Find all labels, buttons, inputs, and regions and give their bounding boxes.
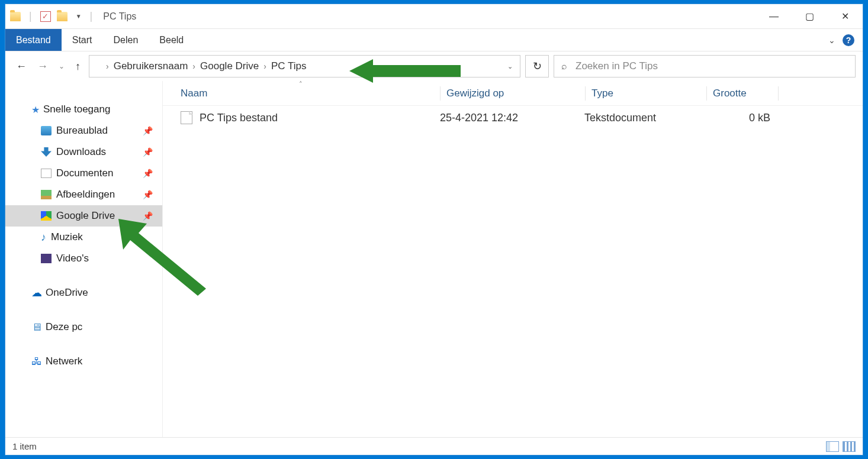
onedrive-icon: ☁ xyxy=(31,286,42,299)
pin-icon: 📌 xyxy=(143,147,153,157)
column-header-modified[interactable]: Gewijzigd op xyxy=(441,88,585,99)
window-title: PC Tips xyxy=(95,11,136,22)
address-bar[interactable]: › Gebruikersnaam › Google Drive › PC Tip… xyxy=(89,55,520,77)
video-icon xyxy=(41,254,52,263)
chevron-right-icon[interactable]: › xyxy=(191,62,197,71)
title-bar: | ✓ ▼ | PC Tips — ▢ ✕ xyxy=(5,4,863,29)
minimize-button[interactable]: — xyxy=(756,4,792,28)
details-view-button[interactable] xyxy=(826,441,839,452)
qat-dropdown-icon[interactable]: ▼ xyxy=(73,13,82,20)
status-item-count: 1 item xyxy=(12,441,37,451)
pc-icon: 🖥 xyxy=(31,321,42,334)
music-icon: ♪ xyxy=(41,231,46,244)
back-button[interactable]: ← xyxy=(16,60,27,73)
column-headers: Naam ˄ Gewijzigd op Type Grootte xyxy=(163,81,863,106)
help-icon[interactable]: ? xyxy=(843,34,854,46)
icons-view-button[interactable] xyxy=(843,441,856,452)
history-dropdown-icon[interactable]: ⌄ xyxy=(59,62,65,70)
sidebar-item-google-drive[interactable]: Google Drive 📌 xyxy=(5,205,162,227)
content-pane: Naam ˄ Gewijzigd op Type Grootte PC Tips… xyxy=(163,81,863,437)
google-drive-icon xyxy=(41,211,52,221)
file-modified: 25-4-2021 12:42 xyxy=(440,112,584,124)
file-size: 0 kB xyxy=(705,112,776,124)
pictures-icon xyxy=(41,190,52,199)
sidebar-item-muziek[interactable]: ♪ Muziek xyxy=(5,227,162,248)
file-type: Tekstdocument xyxy=(584,112,705,124)
forward-button[interactable]: → xyxy=(37,60,48,73)
file-name: PC Tips bestand xyxy=(200,112,278,124)
network-icon: 🖧 xyxy=(31,355,42,368)
tab-start[interactable]: Start xyxy=(62,29,103,51)
tab-beeld[interactable]: Beeld xyxy=(149,29,194,51)
folder-icon xyxy=(10,12,21,21)
column-header-size[interactable]: Grootte xyxy=(707,88,778,99)
status-bar: 1 item xyxy=(5,437,863,455)
star-icon: ★ xyxy=(31,104,40,115)
folder-icon xyxy=(94,62,105,71)
close-button[interactable]: ✕ xyxy=(827,4,863,28)
download-icon xyxy=(41,147,52,157)
navigation-pane: ★ Snelle toegang Bureaublad 📌 Downloads … xyxy=(5,81,163,437)
properties-icon[interactable]: ✓ xyxy=(40,11,51,22)
sidebar-item-downloads[interactable]: Downloads 📌 xyxy=(5,141,162,163)
breadcrumb-segment[interactable]: PC Tips xyxy=(268,60,310,72)
chevron-right-icon[interactable]: › xyxy=(105,62,110,71)
pin-icon: 📌 xyxy=(143,126,153,135)
column-header-name[interactable]: Naam ˄ xyxy=(181,88,440,99)
search-icon: ⌕ xyxy=(561,61,567,72)
folder-icon[interactable] xyxy=(57,12,67,21)
sort-ascending-icon: ˄ xyxy=(299,81,303,88)
maximize-button[interactable]: ▢ xyxy=(792,4,827,28)
pin-icon: 📌 xyxy=(143,169,153,178)
pin-icon: 📌 xyxy=(143,211,153,221)
sidebar-quick-access[interactable]: ★ Snelle toegang xyxy=(5,99,162,120)
sidebar-onedrive[interactable]: ☁ OneDrive xyxy=(5,282,162,303)
refresh-button[interactable]: ↻ xyxy=(525,55,549,77)
document-icon xyxy=(41,169,52,178)
ribbon-collapse-icon[interactable]: ⌄ xyxy=(828,35,835,45)
address-dropdown-icon[interactable]: ⌄ xyxy=(507,63,515,70)
text-file-icon xyxy=(181,111,192,124)
chevron-right-icon[interactable]: › xyxy=(262,62,268,71)
sidebar-item-videos[interactable]: Video's xyxy=(5,248,162,269)
navigation-row: ← → ⌄ ↑ › Gebruikersnaam › Google Drive … xyxy=(5,51,863,81)
sidebar-this-pc[interactable]: 🖥 Deze pc xyxy=(5,316,162,338)
file-explorer-window: | ✓ ▼ | PC Tips — ▢ ✕ Bestand Start Dele… xyxy=(5,4,863,455)
tab-delen[interactable]: Delen xyxy=(103,29,149,51)
ribbon-tabs: Bestand Start Delen Beeld ⌄ ? xyxy=(5,29,863,51)
tab-bestand[interactable]: Bestand xyxy=(5,29,62,51)
breadcrumb-segment[interactable]: Gebruikersnaam xyxy=(110,60,192,72)
pin-icon: 📌 xyxy=(143,190,153,199)
up-button[interactable]: ↑ xyxy=(75,60,81,73)
sidebar-item-bureaublad[interactable]: Bureaublad 📌 xyxy=(5,120,162,141)
breadcrumb-segment[interactable]: Google Drive xyxy=(197,60,262,72)
sidebar-network[interactable]: 🖧 Netwerk xyxy=(5,351,162,372)
sidebar-item-documenten[interactable]: Documenten 📌 xyxy=(5,163,162,184)
column-header-type[interactable]: Type xyxy=(586,88,706,99)
desktop-icon xyxy=(41,126,52,135)
search-box[interactable]: ⌕ Zoeken in PC Tips xyxy=(554,55,856,77)
search-placeholder: Zoeken in PC Tips xyxy=(576,60,658,72)
sidebar-item-afbeeldingen[interactable]: Afbeeldingen 📌 xyxy=(5,184,162,205)
file-row[interactable]: PC Tips bestand 25-4-2021 12:42 Tekstdoc… xyxy=(163,106,863,130)
